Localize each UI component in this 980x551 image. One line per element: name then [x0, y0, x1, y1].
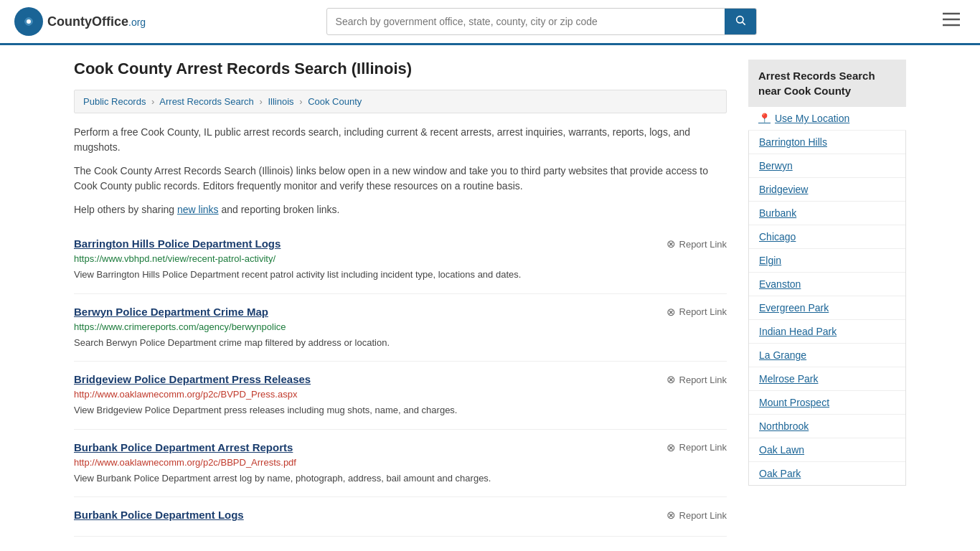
result-desc-0: View Barrington Hills Police Department … [74, 268, 727, 282]
sidebar-links-list: Barrington HillsBerwynBridgeviewBurbankC… [748, 131, 906, 486]
svg-line-3 [743, 22, 745, 25]
report-link-1[interactable]: ⊗ Report Link [666, 306, 727, 319]
sidebar-list-item: Oak Lawn [749, 438, 905, 462]
result-header-0: Barrington Hills Police Department Logs … [74, 237, 727, 250]
result-title-4[interactable]: Burbank Police Department Logs [74, 509, 244, 521]
report-link-label-3: Report Link [679, 442, 727, 453]
sidebar-link-bridgeview[interactable]: Bridgeview [749, 178, 905, 201]
hamburger-menu-button[interactable] [937, 9, 966, 34]
breadcrumb-sep-1: › [151, 96, 154, 107]
svg-point-1 [27, 19, 31, 24]
sidebar-link-elgin[interactable]: Elgin [749, 249, 905, 272]
sidebar-list-item: Oak Park [749, 462, 905, 485]
result-desc-2: View Bridgeview Police Department press … [74, 403, 727, 418]
sidebar-list-item: Bridgeview [749, 178, 905, 202]
report-link-label-2: Report Link [679, 375, 727, 385]
result-item: Burbank Police Department Arrest Reports… [74, 430, 727, 498]
use-my-location-label: Use My Location [775, 113, 849, 124]
report-link-icon-3: ⊗ [666, 441, 676, 454]
result-header-2: Bridgeview Police Department Press Relea… [74, 373, 727, 386]
breadcrumb: Public Records › Arrest Records Search ›… [74, 90, 727, 113]
logo-org: .org [128, 17, 146, 28]
sidebar-link-chicago[interactable]: Chicago [749, 225, 905, 248]
content-area: Cook County Arrest Records Search (Illin… [74, 60, 727, 537]
logo-text: CountyOffice [47, 14, 128, 29]
report-link-label-0: Report Link [679, 239, 727, 250]
new-links-link[interactable]: new links [177, 204, 219, 215]
report-link-2[interactable]: ⊗ Report Link [666, 373, 727, 386]
breadcrumb-public-records[interactable]: Public Records [83, 96, 146, 107]
report-link-4[interactable]: ⊗ Report Link [666, 509, 727, 522]
sidebar: Arrest Records Search near Cook County 📍… [748, 60, 906, 537]
report-link-icon-1: ⊗ [666, 306, 676, 319]
sidebar-list-item: Mount Prospect [749, 391, 905, 415]
logo-icon [14, 7, 43, 36]
sidebar-link-northbrook[interactable]: Northbrook [749, 415, 905, 438]
sidebar-list-item: Northbrook [749, 415, 905, 438]
description-3: Help others by sharing new links and rep… [74, 202, 727, 217]
svg-point-2 [736, 17, 743, 23]
report-link-label-4: Report Link [679, 510, 727, 521]
report-link-icon-4: ⊗ [666, 509, 676, 522]
result-desc-1: Search Berwyn Police Department crime ma… [74, 336, 727, 350]
result-header-1: Berwyn Police Department Crime Map ⊗ Rep… [74, 306, 727, 319]
sidebar-list-item: Berwyn [749, 154, 905, 178]
sidebar-link-melrose-park[interactable]: Melrose Park [749, 367, 905, 390]
results-list: Barrington Hills Police Department Logs … [74, 226, 727, 537]
breadcrumb-arrest-records[interactable]: Arrest Records Search [159, 96, 254, 107]
sidebar-link-burbank[interactable]: Burbank [749, 202, 905, 225]
sidebar-link-evanston[interactable]: Evanston [749, 273, 905, 296]
result-header-3: Burbank Police Department Arrest Reports… [74, 441, 727, 454]
use-my-location-link[interactable]: 📍 Use My Location [748, 107, 906, 131]
report-link-icon-0: ⊗ [666, 237, 676, 250]
result-title-1[interactable]: Berwyn Police Department Crime Map [74, 306, 268, 318]
search-bar [326, 8, 757, 35]
sidebar-list-item: Chicago [749, 225, 905, 249]
result-item: Burbank Police Department Logs ⊗ Report … [74, 497, 727, 537]
sidebar-link-barrington-hills[interactable]: Barrington Hills [749, 131, 905, 154]
hamburger-icon [943, 12, 960, 27]
search-button[interactable] [725, 9, 756, 34]
sidebar-link-la-grange[interactable]: La Grange [749, 344, 905, 367]
sidebar-list-item: Melrose Park [749, 367, 905, 391]
result-url-0[interactable]: https://www.vbhpd.net/view/recent-patrol… [74, 253, 727, 264]
report-link-icon-2: ⊗ [666, 373, 676, 386]
result-url-1[interactable]: https://www.crimereports.com/agency/berw… [74, 321, 727, 332]
logo[interactable]: CountyOffice.org [14, 7, 146, 36]
sidebar-link-indian-head-park[interactable]: Indian Head Park [749, 320, 905, 343]
main-container: Cook County Arrest Records Search (Illin… [60, 45, 920, 551]
sidebar-link-evergreen-park[interactable]: Evergreen Park [749, 296, 905, 319]
breadcrumb-sep-2: › [259, 96, 262, 107]
sidebar-list-item: Evergreen Park [749, 296, 905, 320]
location-icon: 📍 [758, 113, 771, 124]
result-item: Bridgeview Police Department Press Relea… [74, 362, 727, 430]
sidebar-list-item: Elgin [749, 249, 905, 273]
page-title: Cook County Arrest Records Search (Illin… [74, 60, 727, 78]
sidebar-list-item: Evanston [749, 273, 905, 296]
result-item: Berwyn Police Department Crime Map ⊗ Rep… [74, 294, 727, 362]
breadcrumb-illinois[interactable]: Illinois [268, 96, 293, 107]
sidebar-list-item: La Grange [749, 344, 905, 367]
sidebar-link-mount-prospect[interactable]: Mount Prospect [749, 391, 905, 414]
report-link-3[interactable]: ⊗ Report Link [666, 441, 727, 454]
result-title-3[interactable]: Burbank Police Department Arrest Reports [74, 441, 293, 453]
result-title-0[interactable]: Barrington Hills Police Department Logs [74, 237, 281, 250]
result-desc-3: View Burbank Police Department arrest lo… [74, 471, 727, 486]
sidebar-title: Arrest Records Search near Cook County [748, 60, 906, 107]
breadcrumb-cook-county[interactable]: Cook County [308, 96, 362, 107]
header: CountyOffice.org [0, 0, 980, 45]
result-title-2[interactable]: Bridgeview Police Department Press Relea… [74, 373, 311, 385]
search-icon [735, 14, 746, 26]
description-2: The Cook County Arrest Records Search (I… [74, 164, 727, 194]
search-input[interactable] [327, 10, 725, 33]
sidebar-link-oak-lawn[interactable]: Oak Lawn [749, 438, 905, 461]
description-1: Perform a free Cook County, IL public ar… [74, 125, 727, 155]
result-header-4: Burbank Police Department Logs ⊗ Report … [74, 509, 727, 522]
sidebar-list-item: Burbank [749, 202, 905, 225]
sidebar-link-berwyn[interactable]: Berwyn [749, 154, 905, 177]
result-url-2[interactable]: http://www.oaklawnecomm.org/p2c/BVPD_Pre… [74, 389, 727, 400]
sidebar-link-oak-park[interactable]: Oak Park [749, 462, 905, 485]
report-link-0[interactable]: ⊗ Report Link [666, 237, 727, 250]
result-url-3[interactable]: http://www.oaklawnecomm.org/p2c/BBPD_Arr… [74, 457, 727, 468]
sidebar-list-item: Barrington Hills [749, 131, 905, 154]
